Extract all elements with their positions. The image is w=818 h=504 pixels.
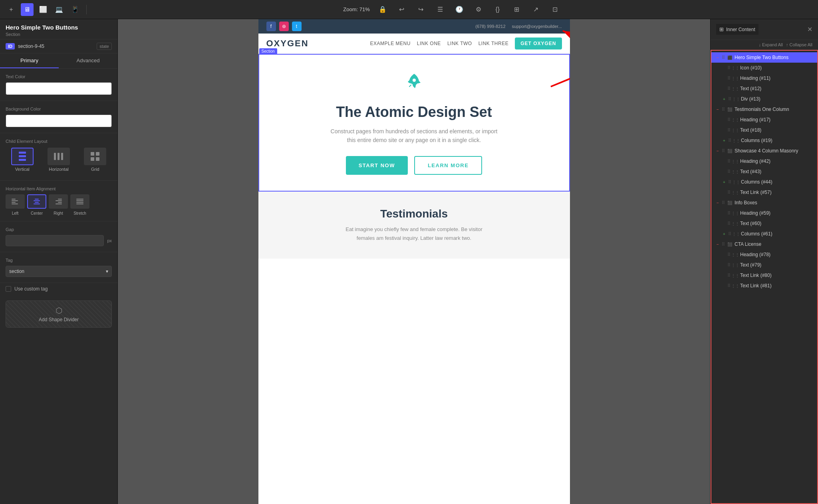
tree-item-heading-78[interactable]: ⠿⋮⋮Heading (#78) [711,249,817,260]
grid-button[interactable]: ⊞ [510,3,523,16]
expand-icon[interactable]: + [721,96,727,102]
svg-rect-12 [12,202,16,203]
revisions-button[interactable]: 🕐 [453,3,466,16]
expand-all-button[interactable]: ↓ Expand All [758,42,783,47]
collapse-icon[interactable]: − [715,200,721,206]
tree-item-testimonials-one-column[interactable]: −⠿⬛Testimonials One Column [711,104,817,115]
tree-item-text-link-80[interactable]: ⠿⋮⋮Text Link (#80) [711,270,817,281]
element-node-icon: ⋮⋮ [732,158,739,164]
undo-button[interactable]: ↩ [395,3,408,16]
hero-title: The Atomic Design Set [267,104,561,121]
history-button[interactable]: ☰ [434,3,447,16]
tablet-view-button[interactable]: ⬜ [37,3,50,16]
bg-color-swatch[interactable] [6,115,112,127]
svg-rect-10 [12,199,16,200]
start-now-button[interactable]: START NOW [346,156,408,175]
settings-button[interactable]: ⚙ [472,3,485,16]
responsive-button[interactable]: ⊡ [549,3,562,16]
tree-item-text-link-81[interactable]: ⠿⋮⋮Text Link (#81) [711,281,817,291]
tree-item-text-18[interactable]: ⠿⋮⋮Text (#18) [711,125,817,135]
desktop-view-button[interactable]: 🖥 [21,3,34,16]
laptop-view-button[interactable]: 💻 [53,3,66,16]
twitter-icon[interactable]: t [292,22,302,31]
tree-item-label: Text (#43) [740,169,761,174]
collapse-icon[interactable]: − [715,106,721,113]
tree-item-heading-17[interactable]: ⠿⋮⋮Heading (#17) [711,115,817,125]
tree-item-columns-19[interactable]: +⠿⋮⋮Columns (#19) [711,135,817,146]
hero-section[interactable]: Section The Atomic Design Set Construct … [258,54,570,192]
instagram-icon[interactable]: ⊛ [279,22,289,31]
state-badge[interactable]: state [97,43,112,50]
panel-header: Hero Simple Two Buttons Section [0,19,117,40]
collapse-icon[interactable]: − [715,148,721,154]
tag-section: Tag section ▾ [0,252,117,283]
menu-link-two[interactable]: LINK TWO [447,41,472,46]
tag-select[interactable]: section ▾ [6,266,112,277]
expand-icon[interactable]: + [721,179,727,185]
hero-icon [267,71,561,97]
element-node-icon: ⋮⋮ [732,251,739,258]
tree-item-heading-59[interactable]: ⠿⋮⋮Heading (#59) [711,208,817,218]
add-element-button[interactable]: + [5,3,18,16]
tree-item-hero-simple-two-buttons[interactable]: −⠿⬛Hero Simple Two Buttons [711,52,817,63]
tree-item-text-43[interactable]: ⠿⋮⋮Text (#43) [711,166,817,177]
collapse-all-button[interactable]: ↑ Collapse All [786,42,812,47]
custom-tag-checkbox[interactable] [6,286,11,292]
align-center-btn[interactable] [27,194,46,209]
tree-item-showcase-4-column-masonry[interactable]: −⠿⬛Showcase 4 Column Masonry [711,146,817,156]
component-type: Section [6,32,112,37]
tree-item-info-boxes[interactable]: −⠿⬛Info Boxes [711,198,817,208]
collapse-icon[interactable]: − [715,241,721,247]
layout-vertical[interactable]: Vertical [6,148,39,172]
layout-horizontal[interactable]: Horizontal [42,148,75,172]
text-color-swatch[interactable] [6,82,112,95]
tree-item-text-60[interactable]: ⠿⋮⋮Text (#60) [711,218,817,229]
tab-advanced[interactable]: Advanced [59,53,117,68]
close-icon[interactable]: ✕ [807,26,812,33]
drag-handle: ⠿ [727,117,731,123]
tree-item-cta-license[interactable]: −⠿⬛CTA License [711,239,817,249]
menu-example[interactable]: EXAMPLE MENU [370,41,411,46]
layout-options: Vertical Horizontal Grid [6,148,112,172]
tree-item-heading-11[interactable]: ⠿⋮⋮Heading (#11) [711,73,817,83]
code-button[interactable]: {} [491,3,504,16]
drag-handle: ⠿ [722,107,725,112]
drag-handle: ⠿ [727,159,731,164]
expand-icon[interactable]: + [721,231,727,237]
tree-item-text-12[interactable]: ⠿⋮⋮Text (#12) [711,83,817,94]
tree-item-text-link-57[interactable]: ⠿⋮⋮Text Link (#57) [711,187,817,198]
align-left-btn[interactable] [6,194,25,209]
expand-icon[interactable]: + [721,137,727,144]
element-node-icon: ⋮⋮ [733,179,739,185]
tree-item-div-13[interactable]: +⠿⋮⋮Div (#13) [711,94,817,104]
collapse-icon[interactable]: − [715,54,721,61]
id-row: ID section-9-45 state [0,40,117,53]
element-node-icon: ⋮⋮ [732,210,739,216]
align-right-btn[interactable] [49,194,68,209]
tree-item-icon-10[interactable]: ⠿⋮⋮Icon (#10) [711,63,817,73]
svg-rect-18 [58,199,62,200]
gap-input[interactable] [6,235,104,246]
learn-more-button[interactable]: LEARN MORE [414,156,482,175]
export-button[interactable]: ↗ [530,3,542,16]
tab-primary[interactable]: Primary [0,53,59,68]
top-toolbar: + 🖥 ⬜ 💻 📱 Zoom: 71% 🔒 ↩ ↪ ☰ 🕐 ⚙ {} ⊞ ↗ ⊡ [0,0,818,19]
hero-buttons: START NOW LEARN MORE [267,156,561,175]
tree-item-text-79[interactable]: ⠿⋮⋮Text (#79) [711,260,817,270]
facebook-icon[interactable]: f [266,22,276,31]
topbar-contact: (678) 999-8212 support@oxygenbuilder... [475,24,562,29]
menu-link-one[interactable]: LINK ONE [417,41,441,46]
redo-button[interactable]: ↪ [415,3,427,16]
align-stretch-btn[interactable] [70,194,89,209]
layout-grid[interactable]: Grid [79,148,112,172]
tree-item-columns-44[interactable]: +⠿⋮⋮Columns (#44) [711,177,817,187]
social-icons: f ⊛ t [266,22,302,31]
menu-cta-button[interactable]: GET OXYGEN [515,38,562,49]
lock-button[interactable]: 🔒 [376,3,389,16]
menu-link-three[interactable]: LINK THREE [478,41,508,46]
svg-rect-2 [19,159,26,161]
tree-item-columns-61[interactable]: +⠿⋮⋮Columns (#61) [711,229,817,239]
tree-item-heading-42[interactable]: ⠿⋮⋮Heading (#42) [711,156,817,166]
phone-view-button[interactable]: 📱 [69,3,81,16]
add-shape-divider-button[interactable]: ⬡ Add Shape Divider [6,300,112,328]
